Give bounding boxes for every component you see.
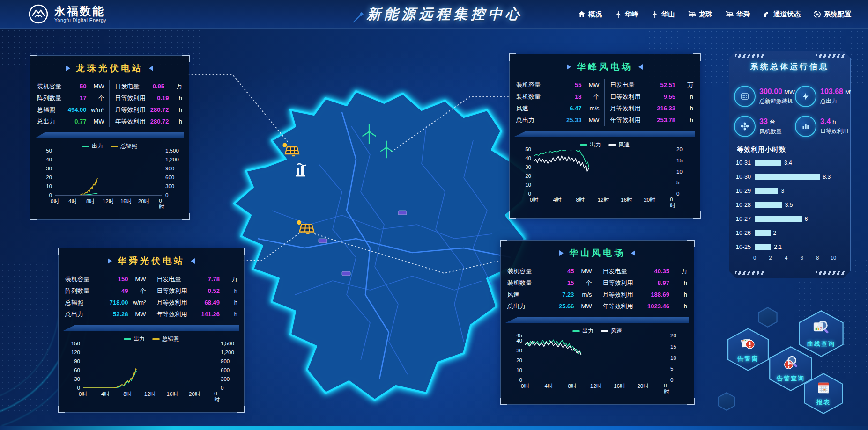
chart-legend: 出力总辐照	[38, 141, 181, 151]
huafeng-station-panel: 华峰风电场 装机容量55MW装机数量18个风速6.47m/s总出力25.33MW…	[509, 54, 700, 219]
nav-item-huafeng[interactable]: 华峰	[615, 10, 638, 19]
metric-value: 7.78	[196, 276, 220, 283]
metric-label: 日等效利用	[157, 287, 197, 295]
page-title: 新能源远程集控中心	[367, 5, 523, 24]
company-logo: 永福数能 Yongfu Digital Energy	[28, 4, 106, 24]
nav-item-longzhu[interactable]: 龙珠	[688, 10, 712, 19]
nav-item-huashun[interactable]: 华舜	[725, 10, 750, 19]
nav-item-overview[interactable]: 概况	[578, 10, 602, 19]
capacity-icon	[734, 86, 756, 107]
series-line	[534, 156, 589, 171]
metric-row: 总出力52.28MW	[65, 308, 146, 320]
huashun-solar-marker[interactable]	[295, 219, 315, 239]
alarm-window-button[interactable]: 告警窗	[725, 328, 771, 371]
signal-icon	[763, 10, 771, 18]
decorative-hexagon	[757, 307, 779, 328]
metric-label: 风速	[507, 291, 551, 299]
metrics-right-column: 日发电量7.78万日等效利用0.52h月等效利用68.49h年等效利用141.2…	[151, 273, 238, 320]
bar-value: 6	[805, 216, 808, 222]
metric-unit: h	[675, 117, 693, 124]
metric-label: 月等效利用	[157, 299, 197, 307]
metric-value: 141.26	[196, 311, 220, 318]
bar-track: 8.3	[755, 174, 833, 180]
left-arrow-icon	[567, 64, 571, 70]
metrics-left-column: 装机容量150MW阵列数量49个总辐照718.00w/m²总出力52.28MW	[65, 273, 146, 320]
power-icon	[795, 86, 816, 107]
metric-row: 日发电量7.78万	[157, 273, 238, 285]
metrics-right-column: 日发电量0.95万日等效利用0.19h月等效利用280.72h年等效利用280.…	[109, 80, 183, 127]
huashan-wind-marker[interactable]	[378, 139, 395, 161]
metric-label: 月等效利用	[610, 104, 653, 113]
bar-row: 10-283.5	[736, 198, 844, 212]
stat-unit: MW	[845, 88, 856, 95]
metric-value: 55	[558, 81, 582, 88]
y-axis-left: 45403020100	[508, 336, 525, 380]
metric-row: 年等效利用141.26h	[157, 308, 238, 320]
corner-decoration	[500, 398, 507, 405]
bar-track: 2	[755, 230, 833, 236]
corner-decoration	[500, 240, 507, 247]
nav-item-channel-status[interactable]: 通道状态	[763, 10, 801, 19]
bar-track: 3.5	[755, 202, 833, 208]
chart-legend: 出力总辐照	[66, 334, 237, 344]
x-axis: 0时4时8时12时16时20时0时	[525, 382, 667, 390]
metric-unit: h	[169, 95, 183, 102]
nav-label: 龙珠	[699, 10, 712, 19]
nav-label: 华山	[661, 10, 675, 19]
curve-query-button[interactable]: 曲线查询	[796, 310, 846, 357]
bar-label: 10-28	[736, 202, 755, 208]
panel-title: 龙珠光伏电站	[76, 62, 143, 74]
metric-unit: MW	[128, 276, 146, 283]
system-summary-panel: 系统总体运行信息 300.00MW 总新能源装机 103.68MW 总出力	[729, 51, 851, 278]
metric-value: 18	[558, 93, 582, 100]
hazard-stripes-decoration	[816, 271, 845, 275]
metric-row: 总辐照718.00w/m²	[65, 297, 146, 308]
bar-row: 10-313.4	[736, 156, 844, 170]
metric-unit: h	[169, 106, 183, 113]
metric-value: 17	[63, 95, 87, 102]
metric-label: 装机数量	[507, 279, 551, 287]
summary-stats: 300.00MW 总新能源装机 103.68MW 总出力 33台 风机数量	[734, 86, 847, 137]
longzhu-solar-marker[interactable]	[281, 142, 300, 160]
series-line	[525, 341, 581, 355]
metrics-left-column: 装机容量50MW阵列数量17个总辐照494.00w/m²总出力0.77MW	[37, 80, 104, 127]
right-arrow-icon	[631, 250, 635, 256]
power-plant-marker[interactable]	[294, 162, 308, 179]
nav-item-system-config[interactable]: 系统配置	[813, 10, 851, 19]
left-arrow-icon	[66, 66, 70, 71]
station-metrics: 装机容量50MW阵列数量17个总辐照494.00w/m²总出力0.77MW 日发…	[37, 80, 182, 127]
huafeng-wind-marker[interactable]	[359, 123, 379, 147]
corner-decoration	[30, 55, 37, 62]
chart-legend: 出力风速	[508, 326, 686, 336]
metric-value: 718.00	[105, 299, 128, 306]
panel-title: 华峰风电场	[577, 61, 633, 73]
metric-unit: h	[669, 303, 687, 310]
metric-label: 日等效利用	[603, 279, 646, 287]
panel-title: 华舜光伏电站	[118, 255, 185, 267]
metric-unit: MW	[128, 311, 146, 318]
hex-button-label: 告警查询	[777, 374, 805, 383]
gear-icon	[813, 10, 821, 18]
metrics-right-column: 日发电量52.51万日等效利用9.55h月等效利用216.33h年等效利用253…	[604, 79, 694, 126]
left-arrow-icon	[559, 250, 564, 256]
stat-unit: h	[832, 118, 836, 125]
nav-item-huashan[interactable]: 华山	[651, 10, 675, 19]
y-axis-right: 20151050	[673, 150, 692, 194]
metric-label: 总辐照	[65, 299, 105, 307]
longzhu-output-chart: 出力总辐照504030201001,5001,20090060030000时4时…	[38, 141, 181, 205]
stat-value: 3.4	[820, 117, 831, 125]
bar-track: 3.4	[755, 160, 833, 166]
alarm-window-icon	[740, 336, 756, 354]
bar	[755, 244, 771, 250]
metric-unit: MW	[582, 81, 600, 88]
y-axis-left: 50403020100	[38, 151, 55, 196]
bar-label: 10-25	[736, 244, 755, 250]
wind-turbine-icon	[615, 10, 622, 18]
chart-plot	[525, 336, 667, 380]
metric-label: 总出力	[516, 116, 558, 124]
metric-row: 日等效利用8.97h	[603, 277, 688, 289]
y-axis-right: 1,5001,2009006003000	[162, 151, 181, 196]
metric-label: 年等效利用	[115, 117, 146, 126]
decorative-hexagon	[717, 392, 736, 411]
bar-row: 10-252.1	[736, 240, 844, 254]
